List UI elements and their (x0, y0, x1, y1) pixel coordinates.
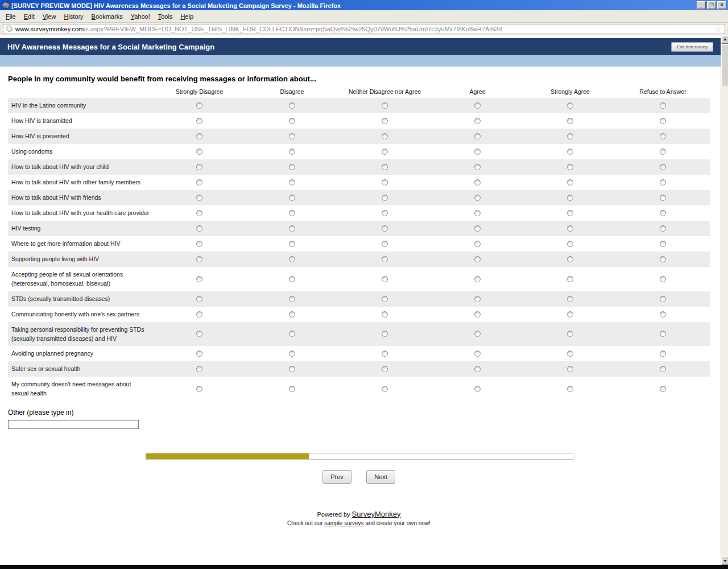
radio-button[interactable] (196, 179, 202, 185)
radio-button[interactable] (660, 386, 666, 392)
radio-button[interactable] (196, 195, 202, 201)
bookmark-star-icon[interactable]: ☆ (714, 25, 722, 33)
radio-button[interactable] (382, 118, 388, 124)
radio-button[interactable] (382, 256, 388, 262)
radio-button[interactable] (382, 102, 388, 109)
radio-button[interactable] (567, 225, 573, 232)
radio-button[interactable] (660, 331, 666, 337)
exit-survey-button[interactable]: Exit this survey (671, 42, 713, 52)
radio-button[interactable] (660, 118, 666, 124)
radio-button[interactable] (474, 276, 481, 282)
radio-button[interactable] (474, 118, 481, 124)
restore-button[interactable]: ❐ (707, 1, 716, 9)
sample-surveys-link[interactable]: sample surveys (324, 520, 363, 526)
radio-button[interactable] (382, 179, 388, 185)
radio-button[interactable] (567, 102, 573, 109)
radio-button[interactable] (289, 311, 295, 318)
radio-button[interactable] (474, 256, 481, 262)
next-button[interactable]: Next (366, 470, 395, 484)
radio-button[interactable] (567, 149, 573, 155)
radio-button[interactable] (196, 256, 202, 262)
radio-button[interactable] (567, 386, 573, 392)
prev-button[interactable]: Prev (322, 470, 351, 484)
radio-button[interactable] (660, 195, 666, 201)
scroll-down-icon[interactable] (721, 556, 728, 565)
radio-button[interactable] (382, 133, 388, 139)
radio-button[interactable] (196, 351, 202, 357)
menu-item-tools[interactable]: Tools (154, 11, 177, 22)
radio-button[interactable] (474, 241, 481, 247)
menu-item-yahoo[interactable]: Yahoo! (127, 11, 154, 22)
radio-button[interactable] (196, 102, 202, 109)
radio-button[interactable] (567, 296, 573, 302)
radio-button[interactable] (474, 195, 481, 201)
radio-button[interactable] (196, 133, 202, 139)
radio-button[interactable] (382, 386, 388, 392)
radio-button[interactable] (289, 351, 295, 357)
radio-button[interactable] (382, 149, 388, 155)
radio-button[interactable] (567, 256, 573, 262)
radio-button[interactable] (196, 164, 202, 170)
radio-button[interactable] (474, 351, 481, 357)
menu-item-bookmarks[interactable]: Bookmarks (88, 11, 127, 22)
radio-button[interactable] (567, 210, 573, 216)
radio-button[interactable] (660, 225, 666, 232)
radio-button[interactable] (196, 241, 202, 247)
radio-button[interactable] (474, 386, 481, 392)
radio-button[interactable] (474, 149, 481, 155)
scroll-up-icon[interactable] (721, 35, 728, 44)
radio-button[interactable] (196, 210, 202, 216)
radio-button[interactable] (289, 210, 295, 216)
radio-button[interactable] (289, 149, 295, 155)
radio-button[interactable] (660, 241, 666, 247)
radio-button[interactable] (196, 366, 202, 372)
radio-button[interactable] (660, 351, 666, 357)
radio-button[interactable] (660, 256, 666, 262)
radio-button[interactable] (289, 386, 295, 392)
radio-button[interactable] (289, 331, 295, 337)
radio-button[interactable] (289, 102, 295, 109)
radio-button[interactable] (382, 164, 388, 170)
radio-button[interactable] (474, 210, 481, 216)
menu-item-history[interactable]: History (60, 11, 87, 22)
radio-button[interactable] (382, 366, 388, 372)
radio-button[interactable] (474, 164, 481, 170)
radio-button[interactable] (196, 118, 202, 124)
radio-button[interactable] (660, 102, 666, 109)
radio-button[interactable] (289, 296, 295, 302)
menu-item-file[interactable]: File (2, 11, 20, 22)
radio-button[interactable] (567, 164, 573, 170)
radio-button[interactable] (382, 331, 388, 337)
radio-button[interactable] (289, 366, 295, 372)
radio-button[interactable] (474, 133, 481, 139)
scrollbar-thumb[interactable] (721, 44, 728, 85)
radio-button[interactable] (567, 351, 573, 357)
radio-button[interactable] (196, 296, 202, 302)
minimize-button[interactable]: _ (697, 1, 706, 9)
radio-button[interactable] (196, 311, 202, 318)
menu-item-help[interactable]: Help (176, 11, 197, 22)
radio-button[interactable] (567, 241, 573, 247)
radio-button[interactable] (660, 164, 666, 170)
radio-button[interactable] (660, 311, 666, 318)
radio-button[interactable] (474, 102, 481, 109)
radio-button[interactable] (567, 179, 573, 185)
radio-button[interactable] (567, 195, 573, 201)
radio-button[interactable] (474, 311, 481, 318)
radio-button[interactable] (660, 179, 666, 185)
radio-button[interactable] (382, 296, 388, 302)
radio-button[interactable] (196, 225, 202, 232)
radio-button[interactable] (660, 210, 666, 216)
radio-button[interactable] (567, 133, 573, 139)
radio-button[interactable] (289, 179, 295, 185)
radio-button[interactable] (289, 133, 295, 139)
radio-button[interactable] (567, 276, 573, 282)
radio-button[interactable] (196, 386, 202, 392)
radio-button[interactable] (567, 311, 573, 318)
radio-button[interactable] (474, 296, 481, 302)
radio-button[interactable] (474, 366, 481, 372)
menu-item-edit[interactable]: Edit (20, 11, 39, 22)
radio-button[interactable] (196, 149, 202, 155)
radio-button[interactable] (289, 256, 295, 262)
radio-button[interactable] (289, 241, 295, 247)
